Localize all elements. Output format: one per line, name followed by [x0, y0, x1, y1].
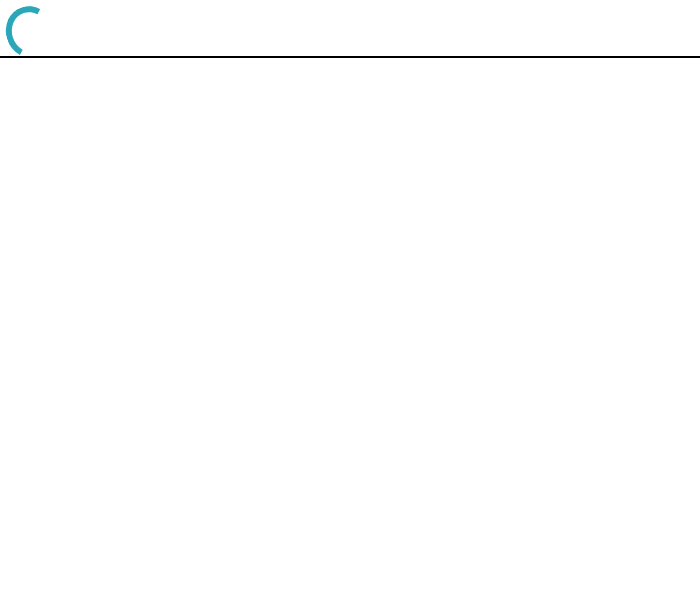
ionogram-viewer: [0, 0, 700, 600]
header-divider: [0, 56, 700, 58]
ionogram-plot-canvas: [0, 0, 700, 600]
